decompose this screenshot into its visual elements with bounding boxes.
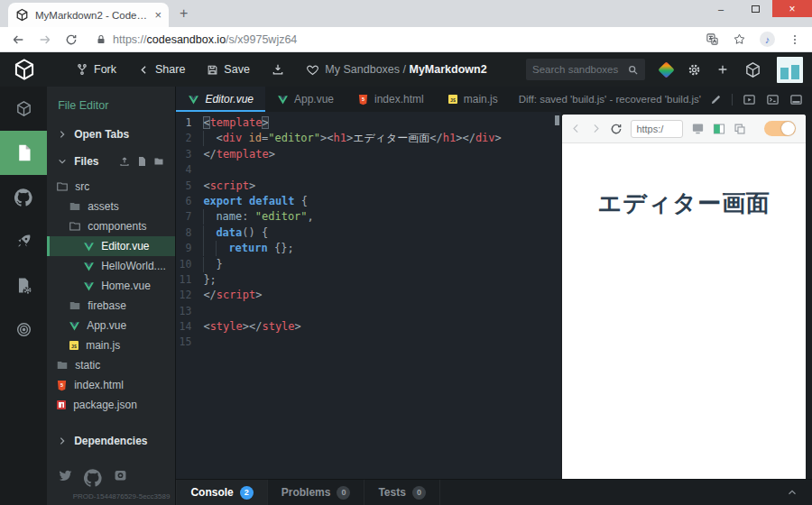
- monitor-icon[interactable]: [691, 122, 705, 135]
- lock-icon: [96, 34, 106, 45]
- scrollbar-marker[interactable]: [555, 115, 559, 125]
- preview-window-icon[interactable]: [743, 93, 756, 106]
- tree-item-firebase[interactable]: firebase: [47, 296, 175, 316]
- code-line-1[interactable]: 1<template>: [176, 115, 561, 131]
- code-line-11[interactable]: 11};: [176, 272, 561, 288]
- refresh-button[interactable]: [65, 33, 78, 46]
- preview-back-icon[interactable]: [570, 123, 582, 134]
- code-line-8[interactable]: 8data() {: [176, 225, 561, 241]
- new-folder-icon[interactable]: [153, 156, 164, 167]
- forward-button[interactable]: [38, 32, 52, 47]
- rail-deployment[interactable]: [0, 219, 47, 263]
- tree-item-src[interactable]: src: [47, 177, 175, 197]
- code-line-4[interactable]: 4: [176, 162, 561, 178]
- editor-tab-index-html[interactable]: 5index.html: [346, 87, 436, 112]
- code-editor[interactable]: 1<template>2<div id="editor"><h1>エディター画面…: [176, 112, 561, 479]
- tree-item-static[interactable]: static: [47, 355, 175, 375]
- code-text: return {};: [203, 241, 293, 256]
- translate-icon[interactable]: [706, 32, 719, 46]
- code-line-5[interactable]: 5<script>: [176, 179, 561, 194]
- code-line-10[interactable]: 10}: [176, 257, 561, 272]
- editor-tab-diff[interactable]: Diff: saved 'build.js' - recovered 'buil…: [510, 87, 710, 112]
- code-line-9[interactable]: 9return {};: [176, 241, 561, 256]
- browser-menu-icon[interactable]: [789, 33, 801, 46]
- tab-label: Diff: saved 'build.js' - recovered 'buil…: [519, 94, 701, 105]
- tree-item-main-js[interactable]: JSmain.js: [47, 335, 175, 355]
- preview-forward-icon[interactable]: [590, 123, 602, 134]
- code-line-3[interactable]: 3</template>: [176, 147, 561, 162]
- new-file-icon[interactable]: [136, 156, 147, 167]
- tree-item-components[interactable]: components: [47, 216, 175, 236]
- rail-github[interactable]: [0, 175, 47, 219]
- tree-item-assets[interactable]: assets: [47, 197, 175, 216]
- browser-tab[interactable]: MyMarkdown2 - CodeSandbox ×: [8, 3, 169, 27]
- gear-icon[interactable]: [687, 63, 701, 77]
- console-expand-button[interactable]: [787, 480, 812, 505]
- preview-refresh-icon[interactable]: [610, 123, 623, 135]
- new-sandbox-icon[interactable]: [716, 63, 729, 76]
- line-number: 4: [176, 162, 203, 178]
- bottom-panel-icon[interactable]: [789, 93, 803, 106]
- maximize-button[interactable]: [738, 0, 772, 17]
- share-button[interactable]: Share: [138, 63, 185, 76]
- search-input[interactable]: [532, 64, 627, 75]
- export-button[interactable]: [272, 63, 284, 76]
- tree-item-app-vue[interactable]: App.vue: [47, 316, 175, 335]
- tree-item-package-json[interactable]: package.json: [47, 395, 175, 415]
- tab-close-button[interactable]: ×: [154, 8, 161, 22]
- dependencies-section[interactable]: Dependencies: [47, 427, 175, 454]
- sandbox-cube-icon[interactable]: [744, 61, 761, 78]
- console-tab-tests[interactable]: Tests0: [364, 480, 439, 505]
- console-tab-console[interactable]: Console2: [176, 480, 267, 505]
- terminal-icon[interactable]: [766, 93, 780, 106]
- open-tabs-section[interactable]: Open Tabs: [47, 121, 175, 148]
- rail-file-explorer[interactable]: [0, 131, 47, 175]
- live-reload-toggle[interactable]: [764, 121, 796, 136]
- preview-url-field[interactable]: https:/: [631, 120, 683, 138]
- extension-avatar-icon[interactable]: ♪: [760, 32, 775, 47]
- code-line-2[interactable]: 2<div id="editor"><h1>エディター画面</h1></div>: [176, 131, 561, 146]
- vue-icon: [69, 320, 80, 332]
- code-text: <style></style>: [203, 319, 300, 335]
- rail-live[interactable]: [0, 308, 47, 352]
- url-bar[interactable]: https://codesandbox.io/s/x9975wjz64: [90, 33, 693, 46]
- rail-sandbox-info[interactable]: [0, 87, 47, 131]
- codesandbox-logo-icon[interactable]: [13, 58, 36, 81]
- upload-icon[interactable]: [119, 156, 130, 167]
- tree-item-editor-vue[interactable]: Editor.vue: [47, 236, 175, 256]
- close-button[interactable]: ×: [772, 0, 812, 17]
- files-section[interactable]: Files: [47, 148, 175, 175]
- code-line-6[interactable]: 6export default {: [176, 194, 561, 209]
- tree-item-helloworld-[interactable]: HelloWorld....: [47, 256, 175, 276]
- code-line-7[interactable]: 7name: "editor",: [176, 209, 561, 225]
- toggle-knob: [781, 122, 795, 135]
- pro-diamond-icon[interactable]: [658, 61, 674, 78]
- tree-item-index-html[interactable]: 5index.html: [47, 375, 175, 395]
- split-view-icon[interactable]: [713, 123, 725, 135]
- editor-tab-app-vue[interactable]: App.vue: [265, 87, 346, 112]
- user-avatar[interactable]: [777, 57, 803, 83]
- console-tab-problems[interactable]: Problems0: [268, 480, 365, 505]
- tree-item-home-vue[interactable]: Home.vue: [47, 276, 175, 296]
- breadcrumb-root[interactable]: My Sandboxes: [325, 63, 400, 76]
- copy-window-icon[interactable]: [734, 123, 746, 135]
- pencil-icon[interactable]: [710, 94, 722, 106]
- chat-icon[interactable]: [114, 469, 127, 487]
- code-line-14[interactable]: 14<style></style>: [176, 319, 561, 335]
- rail-server-config[interactable]: [0, 263, 47, 308]
- new-tab-button[interactable]: +: [180, 5, 188, 22]
- vue-icon: [188, 94, 199, 106]
- editor-tab-main-js[interactable]: JSmain.js: [436, 87, 510, 112]
- bookmark-star-icon[interactable]: [733, 32, 746, 46]
- code-line-12[interactable]: 12</script>: [176, 288, 561, 303]
- code-line-15[interactable]: 15: [176, 335, 561, 350]
- github-icon[interactable]: [84, 469, 102, 487]
- back-button[interactable]: [11, 32, 25, 47]
- save-button[interactable]: Save: [207, 63, 250, 76]
- code-line-13[interactable]: 13: [176, 304, 561, 319]
- like-button[interactable]: [306, 63, 319, 77]
- minimize-button[interactable]: –: [704, 0, 738, 17]
- twitter-icon[interactable]: [59, 469, 72, 487]
- fork-button[interactable]: Fork: [76, 63, 116, 76]
- editor-tab-editor-vue[interactable]: Editor.vue: [176, 87, 265, 112]
